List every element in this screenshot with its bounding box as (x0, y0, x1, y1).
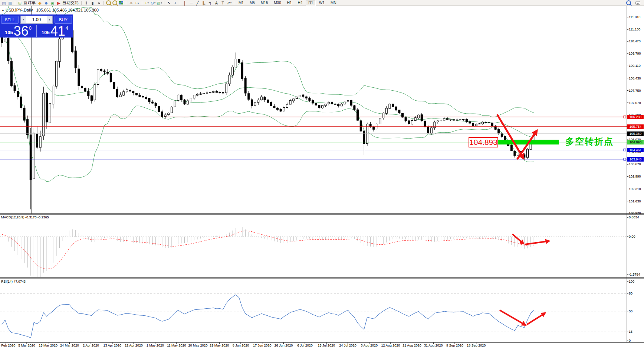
volume-spinner: ▼ 1.00 ▲ (20, 16, 53, 24)
arrows-icon[interactable]: ↗▾ (226, 0, 232, 6)
date-axis-label: 20 May 2020 (188, 344, 208, 347)
timeframe-mn-button[interactable]: MN (328, 0, 339, 6)
volume-increase-button[interactable]: ▲ (47, 16, 52, 23)
price-axis-tick: 102.990 (629, 175, 641, 178)
date-axis-label: 31 Aug 2020 (424, 344, 443, 347)
buy-button[interactable]: BUY (55, 16, 72, 24)
fibonacci-icon[interactable]: ≡F (207, 0, 213, 6)
template-icon[interactable]: ▧▾ (157, 0, 162, 6)
new-order-icon[interactable]: ⊞ (17, 0, 23, 6)
sell-button[interactable]: SELL (1, 16, 19, 24)
horizontal-line-icon[interactable]: ─ (188, 0, 194, 6)
volume-value[interactable]: 1.00 (26, 17, 47, 22)
sound-icon[interactable]: ◆ (37, 0, 43, 6)
date-axis-label: 25 Feb 2020 (0, 344, 15, 347)
chart-shift-icon[interactable]: ↦ (134, 0, 140, 6)
date-axis-label: 8 Jun 2020 (233, 344, 249, 347)
zoom-in-icon[interactable] (106, 0, 111, 6)
date-axis-label: 24 Jul 2020 (339, 344, 356, 347)
auto-scroll-icon[interactable]: ↠ (128, 0, 134, 6)
price-axis-tick: 109.790 (629, 52, 641, 55)
profile-window-icon[interactable]: ▥ (7, 0, 13, 6)
macd-right-arrow (525, 241, 549, 244)
crosshair-icon[interactable]: + (172, 0, 178, 6)
price-axis-tick: 107.070 (629, 101, 641, 105)
toolbar-separator (164, 1, 164, 5)
rsi-axis-tick: 100 (629, 280, 634, 283)
pivot-annotation-text[interactable]: 多空转折点 (565, 136, 614, 147)
signal-icon[interactable]: ◉ (50, 0, 55, 6)
timeframe-d1-button[interactable]: D1 (306, 0, 316, 6)
price-level-label: 104.461 (627, 148, 644, 152)
price-axis-tick: 102.310 (629, 187, 641, 191)
vertical-line-icon[interactable]: │ (182, 0, 188, 6)
date-axis-label: 21 Aug 2020 (402, 344, 421, 347)
price-up-arrow (517, 131, 537, 159)
rsi-axis-tick: 80 (629, 292, 632, 295)
date-axis-label: 1 May 2020 (147, 344, 164, 347)
date-axis-label: 15 Mar 2020 (39, 344, 58, 347)
price-level-label: 104.893 (627, 140, 644, 144)
date-axis-label: 26 Jun 2020 (275, 344, 293, 347)
price-axis-tick: 111.810 (629, 15, 640, 19)
timeframe-w1-button[interactable]: W1 (316, 0, 327, 6)
charts-window-icon[interactable]: ▤ (1, 0, 7, 6)
date-axis-label: 17 Jun 2020 (253, 344, 272, 347)
timeframe-h1-button[interactable]: H1 (285, 0, 295, 6)
price-callout-104893[interactable]: 104.893 (469, 137, 498, 147)
pivot-zone-bar (498, 140, 559, 144)
news-icon[interactable]: ☻ (43, 0, 49, 6)
candles (0, 19, 535, 209)
trendline-icon[interactable]: ╱ (195, 0, 200, 6)
level-lines[interactable] (0, 116, 627, 160)
mt4-window: { "toolbar": { "groups": [ {"items": [ {… (0, 0, 644, 351)
sell-price[interactable]: 105 36 0 (0, 24, 36, 38)
autotrading-icon[interactable]: ▶ (56, 0, 62, 6)
price-level-label: 103.948 (627, 157, 644, 162)
symbol-arrow-icon: ▲ (1, 9, 4, 12)
timeframe-m1-button[interactable]: M1 (236, 0, 246, 6)
date-axis-label: 3 Aug 2020 (361, 344, 378, 347)
zoom-out-icon[interactable] (112, 0, 118, 6)
buy-price[interactable]: 105 41 4 (37, 24, 73, 38)
price-pane (0, 0, 535, 209)
timeframe-m15-button[interactable]: M15 (258, 0, 270, 6)
date-axis-label: 24 Mar 2020 (60, 344, 79, 347)
price-level-label: 106.288 (627, 115, 644, 119)
search-icon[interactable] (626, 0, 631, 6)
cursor-icon[interactable]: ↖ (166, 0, 172, 6)
volume-decrease-button[interactable]: ▼ (21, 16, 26, 23)
buy-price-big-digits: 41 (50, 26, 65, 37)
timeframe-m30-button[interactable]: M30 (271, 0, 283, 6)
tile-windows-icon[interactable] (118, 0, 124, 6)
text-icon[interactable]: A (214, 0, 219, 6)
price-axis-tick: 106.390 (629, 113, 641, 117)
price-level-label: 105.360 (627, 131, 644, 136)
chart-title: ▲ USDJPY-,Daily 105.061 105.486 104.921 … (1, 8, 99, 12)
chart-ohlc-values: 105.061 105.486 104.921 105.360 (36, 8, 99, 12)
trend-arrows[interactable] (497, 114, 549, 325)
label-icon[interactable]: T (220, 0, 226, 6)
macd-indicator-label: MACD(12,26,9) -0.3170 -0.2365 (1, 215, 49, 219)
bar-chart-type-icon[interactable]: ‖ (83, 0, 89, 6)
line-chart-type-icon[interactable]: ≈ (96, 0, 102, 6)
new-order-icon-label[interactable]: 新订单 (23, 0, 36, 6)
chat-icon[interactable] (635, 0, 641, 6)
timeframe-h4-button[interactable]: H4 (295, 0, 305, 6)
date-axis-label: 13 Apr 2020 (104, 344, 122, 347)
date-axis-label: 11 May 2020 (167, 344, 186, 347)
macd-pane (2, 227, 534, 278)
price-axis-tick: 107.750 (629, 89, 641, 92)
date-axis-label: 29 May 2020 (210, 344, 229, 347)
autotrading-icon-label[interactable]: 自动交易 (62, 0, 79, 6)
price-axis-tick: 101.630 (629, 199, 641, 203)
timeframe-m5-button[interactable]: M5 (247, 0, 257, 6)
candlestick-type-icon[interactable]: ▮ (90, 0, 95, 6)
channel-icon[interactable]: ∥E (201, 0, 207, 6)
indicators-icon[interactable]: +▾ (144, 0, 150, 6)
toolbar-separator (142, 1, 142, 5)
toolbar-separator (104, 1, 104, 5)
one-click-trading-panel: SELL ▼ 1.00 ▲ BUY 105 36 0 105 41 4 (0, 14, 73, 38)
price-axis-tick: 104.350 (629, 150, 641, 154)
periods-icon[interactable]: ⊙▾ (150, 0, 156, 6)
